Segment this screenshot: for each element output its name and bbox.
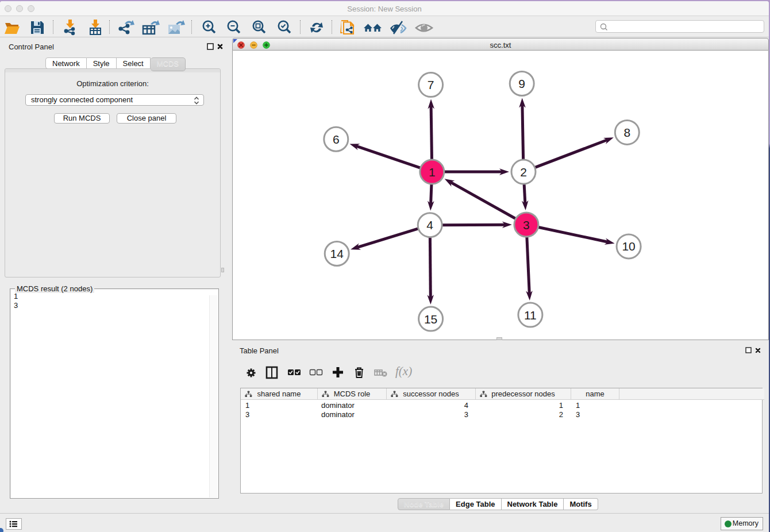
svg-text:1: 1 <box>429 165 436 179</box>
svg-text:8: 8 <box>623 126 630 139</box>
svg-text:2: 2 <box>520 165 527 179</box>
svg-text:6: 6 <box>333 133 340 146</box>
svg-text:10: 10 <box>622 240 635 253</box>
svg-text:9: 9 <box>518 77 525 90</box>
svg-text:11: 11 <box>524 309 537 322</box>
svg-text:15: 15 <box>424 313 437 326</box>
svg-text:3: 3 <box>523 218 530 232</box>
svg-text:4: 4 <box>426 218 433 232</box>
svg-text:14: 14 <box>330 247 344 260</box>
svg-text:7: 7 <box>428 78 434 91</box>
